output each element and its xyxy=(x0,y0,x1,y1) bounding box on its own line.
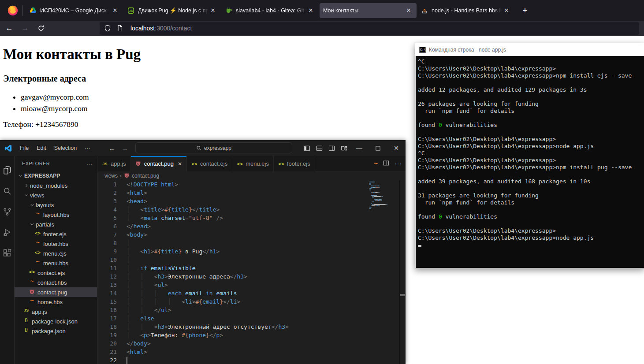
browser-tab-3[interactable]: slava/lab4 - lab4 - Gitea: Git wit✕ xyxy=(222,3,319,18)
tree-item-layout-hbs[interactable]: ~layout.hbs xyxy=(15,210,97,219)
tree-item-views[interactable]: views xyxy=(15,190,97,200)
explorer-icon[interactable] xyxy=(0,160,15,181)
customize-layout-icon[interactable] xyxy=(338,142,350,154)
code-line-20[interactable]: 20</body> xyxy=(97,339,399,348)
tab-close-icon[interactable]: ✕ xyxy=(111,6,119,15)
browser-tab-4[interactable]: Мои контакты✕ xyxy=(320,3,417,18)
breadcrumb-file[interactable]: contact.pug xyxy=(132,173,159,179)
menu-file[interactable]: File xyxy=(16,143,33,153)
tree-item-label: views xyxy=(30,192,45,199)
activity-bar xyxy=(0,156,15,364)
tree-item-footer-hbs[interactable]: ~footer.hbs xyxy=(15,239,97,249)
code-line-14[interactable]: 14│ │ │ each email in emails xyxy=(97,289,399,297)
extensions-icon[interactable] xyxy=(0,243,15,264)
tree-item-footer-ejs[interactable]: <>footer.ejs xyxy=(15,229,97,239)
tree-item-menu-ejs[interactable]: <>menu.ejs xyxy=(15,249,97,258)
toggle-panel-icon[interactable] xyxy=(313,142,325,154)
menu-[interactable]: ··· xyxy=(81,143,94,153)
tree-item-contact-pug[interactable]: contact.pug xyxy=(15,287,97,297)
source-control-icon[interactable] xyxy=(0,201,15,222)
hbs-preview-icon[interactable]: ~ xyxy=(374,160,378,167)
close-button[interactable]: ✕ xyxy=(387,140,406,156)
tab-close-icon[interactable]: ✕ xyxy=(502,6,511,15)
code-line-12[interactable]: 12│ │ <h3>Электронные адреса</h3> xyxy=(97,272,399,281)
code-line-13[interactable]: 13│ │ <ul> xyxy=(97,281,399,289)
code-line-6[interactable]: 6</head> xyxy=(97,222,399,230)
code-line-2[interactable]: 2<html> xyxy=(97,189,399,197)
tree-root-expressapp[interactable]: EXPRESSAPP xyxy=(15,171,97,181)
tab-close-icon[interactable]: ✕ xyxy=(306,6,315,15)
code-line-22[interactable]: 22 xyxy=(97,356,399,364)
tree-item-package-lock-json[interactable]: {}package-lock.json xyxy=(15,316,97,326)
tree-item-label: contact.ejs xyxy=(37,270,65,276)
tree-item-node-modules[interactable]: node_modules xyxy=(15,181,97,190)
code-line-16[interactable]: 16│ │ </ul> xyxy=(97,306,399,314)
minimize-button[interactable]: — xyxy=(350,140,369,156)
command-center-search[interactable]: expressapp xyxy=(135,142,292,153)
code-line-1[interactable]: 1<!DOCTYPE html> xyxy=(97,180,399,189)
code-line-19[interactable]: 19│ <p>Телефон: #{phone}</p> xyxy=(97,331,399,339)
browser-tab-5[interactable]: node.js - Handles Bars hbs is no✕ xyxy=(417,3,514,18)
browser-tab-2[interactable]: JSДвижок Pug ⚡ Node.js с прим✕ xyxy=(124,3,221,18)
code-line-18[interactable]: 18│ │ <h3>Электроннный адрес отсутствует… xyxy=(97,323,399,331)
page-info-icon[interactable] xyxy=(116,25,123,32)
tab-close-icon[interactable]: ✕ xyxy=(208,6,217,15)
code-line-15[interactable]: 15│ │ │ │ <li>#{email}</li> xyxy=(97,297,399,306)
toggle-sidebar-icon[interactable] xyxy=(301,142,313,154)
new-tab-button[interactable]: + xyxy=(518,4,532,17)
code-line-21[interactable]: 21<html> xyxy=(97,348,399,356)
tree-item-menu-hbs[interactable]: ~menu.hbs xyxy=(15,258,97,268)
tree-item-contact-ejs[interactable]: <>contact.ejs xyxy=(15,268,97,278)
vscode-title-bar[interactable]: FileEditSelection··· ← → expressapp — xyxy=(0,140,406,156)
explorer-more-icon[interactable]: ··· xyxy=(86,160,93,167)
menu-selection[interactable]: Selection xyxy=(50,143,81,153)
code-line-4[interactable]: 4│ <title>#{title}</title> xyxy=(97,205,399,214)
ejs-file-icon: <> xyxy=(34,230,41,238)
code-editor[interactable]: 1<!DOCTYPE html>2<html>3<head>4│ <title>… xyxy=(97,180,399,364)
code-line-17[interactable]: 17│ else xyxy=(97,314,399,323)
search-view-icon[interactable] xyxy=(0,181,15,201)
shield-icon[interactable] xyxy=(104,25,111,32)
code-line-3[interactable]: 3<head> xyxy=(97,197,399,205)
editor-tab-app-js[interactable]: JSapp.js xyxy=(97,156,131,171)
toggle-secondary-sidebar-icon[interactable] xyxy=(325,142,338,154)
tree-item-layouts[interactable]: layouts xyxy=(15,200,97,210)
code-line-10[interactable]: 10│ xyxy=(97,256,399,264)
tab-close-icon[interactable]: ✕ xyxy=(404,6,413,15)
tab-close-icon[interactable]: ✕ xyxy=(178,161,182,167)
editor-tab-footer-ejs[interactable]: <>footer.ejs xyxy=(274,156,315,171)
terminal-line xyxy=(418,206,644,213)
tree-item-partials[interactable]: partials xyxy=(15,219,97,229)
minimap[interactable] xyxy=(369,182,396,211)
cmd-title-bar[interactable]: C:\ Командная строка - node app.js xyxy=(415,43,644,56)
back-button[interactable]: ← xyxy=(3,22,16,34)
browser-tab-1[interactable]: ИСП420ИС – Google Диск✕ xyxy=(26,3,123,18)
reload-button[interactable] xyxy=(34,22,48,34)
editor-scrollbar[interactable] xyxy=(399,180,406,364)
editor-tab-menu-ejs[interactable]: <>menu.ejs xyxy=(232,156,274,171)
tree-item-home-hbs[interactable]: ~home.hbs xyxy=(15,297,97,307)
editor-tab-contact-pug[interactable]: contact.pug✕ xyxy=(131,156,187,171)
tree-item-app-js[interactable]: JSapp.js xyxy=(15,307,97,316)
breadcrumb-folder[interactable]: views xyxy=(104,173,118,179)
run-debug-icon[interactable] xyxy=(0,222,15,243)
url-text: localhost:3000/contact xyxy=(130,25,192,32)
code-line-5[interactable]: 5│ <meta charset="utf-8" /> xyxy=(97,214,399,222)
forward-button[interactable]: → xyxy=(19,22,32,34)
code-line-11[interactable]: 11│ if emailsVisible xyxy=(97,264,399,272)
tree-item-package-json[interactable]: {}package.json xyxy=(15,326,97,336)
split-editor-icon[interactable] xyxy=(383,160,389,167)
maximize-button[interactable] xyxy=(369,140,387,156)
tree-item-contact-hbs[interactable]: ~contact.hbs xyxy=(15,278,97,287)
code-line-9[interactable]: 9│ <h1>#{title} в Pug</h1> xyxy=(97,247,399,256)
url-bar[interactable]: localhost:3000/contact xyxy=(100,22,639,35)
editor-back-arrow[interactable]: ← xyxy=(106,145,119,152)
cmd-output[interactable]: ^CC:\Users\User02\Desktop\lab4\expressap… xyxy=(415,56,644,269)
code-line-8[interactable]: 8│ xyxy=(97,239,399,247)
editor-tab-contact-ejs[interactable]: <>contact.ejs xyxy=(187,156,232,171)
code-line-7[interactable]: 7<body> xyxy=(97,230,399,239)
menu-edit[interactable]: Edit xyxy=(33,143,50,153)
editor-forward-arrow[interactable]: → xyxy=(119,145,131,152)
editor-more-actions-icon[interactable]: ··· xyxy=(395,160,402,167)
breadcrumb[interactable]: views › contact.pug xyxy=(97,171,406,180)
